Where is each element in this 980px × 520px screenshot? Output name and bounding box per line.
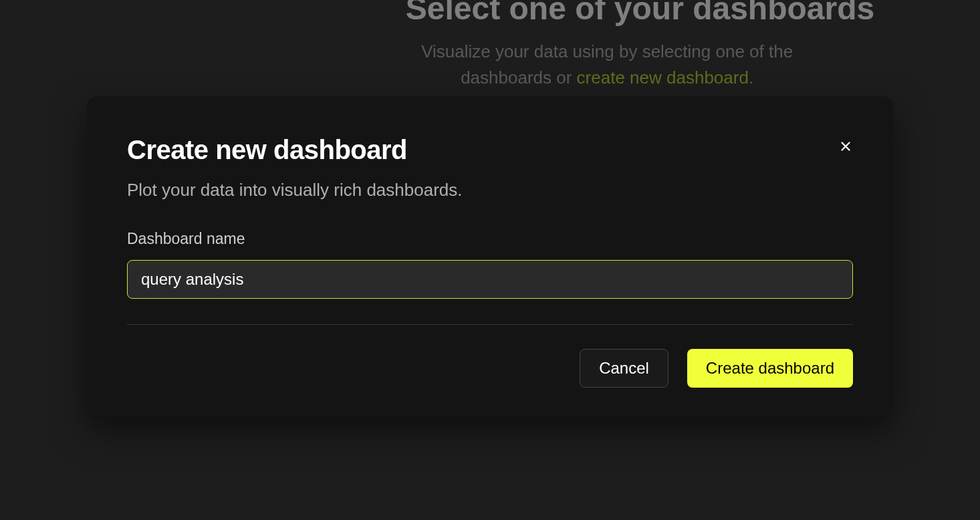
dashboard-name-input[interactable] xyxy=(127,260,853,299)
create-dashboard-button[interactable]: Create dashboard xyxy=(687,349,853,388)
modal-title: Create new dashboard xyxy=(127,135,407,165)
form-group: Dashboard name xyxy=(127,230,853,299)
close-icon xyxy=(838,139,853,154)
modal-subtitle: Plot your data into visually rich dashbo… xyxy=(127,180,853,201)
modal-footer: Cancel Create dashboard xyxy=(127,349,853,388)
divider xyxy=(127,324,853,325)
create-dashboard-modal: Create new dashboard Plot your data into… xyxy=(87,96,893,417)
close-button[interactable] xyxy=(836,136,856,156)
modal-header: Create new dashboard xyxy=(127,135,853,165)
dashboard-name-label: Dashboard name xyxy=(127,230,853,248)
cancel-button[interactable]: Cancel xyxy=(580,349,668,388)
